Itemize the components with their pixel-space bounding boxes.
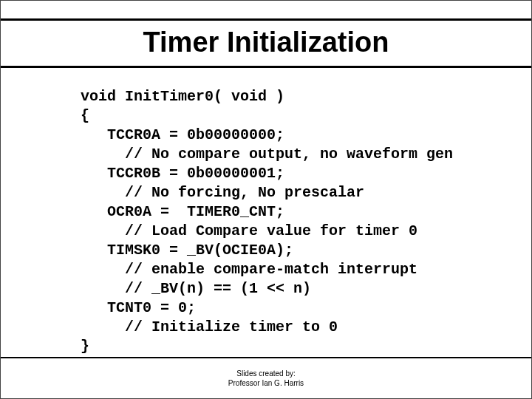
slide: Timer Initialization void InitTimer0( vo…: [0, 0, 532, 399]
footer-line-2: Professor Ian G. Harris: [1, 379, 531, 389]
slide-title: Timer Initialization: [1, 21, 531, 66]
code-block: void InitTimer0( void ) { TCCR0A = 0b000…: [81, 87, 531, 356]
footer-rule: [1, 357, 531, 358]
footer: Slides created by: Professor Ian G. Harr…: [1, 369, 531, 388]
footer-line-1: Slides created by:: [1, 369, 531, 379]
title-bar: Timer Initialization: [1, 18, 531, 68]
